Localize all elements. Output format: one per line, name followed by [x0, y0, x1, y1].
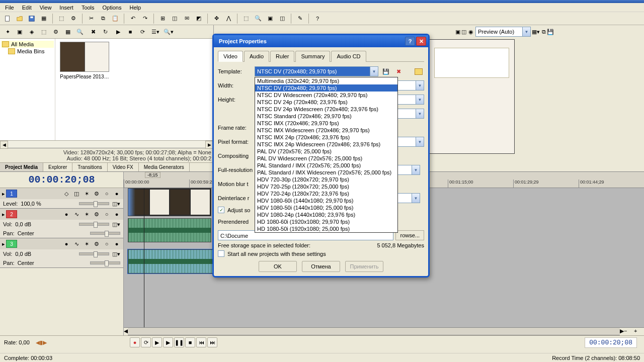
arm-record-icon[interactable]: ● [62, 239, 71, 248]
menu-tools[interactable]: Tools [78, 4, 98, 12]
template-option[interactable]: NTSC IMX Widescreen (720x486; 29,970 fps… [255, 127, 397, 134]
dialog-close-button[interactable]: ✕ [416, 37, 426, 46]
audio-clip[interactable] [128, 218, 211, 242]
playhead[interactable] [144, 188, 144, 327]
track-number[interactable]: 1 [6, 190, 17, 198]
envelope-tool-icon[interactable]: ⋀ [223, 13, 234, 24]
redo-icon[interactable]: ↷ [139, 13, 150, 24]
ignore-event-grouping-icon[interactable]: ◩ [193, 13, 204, 24]
go-end-button[interactable]: ⏭ [207, 337, 217, 347]
template-option[interactable]: HDV 720-30p (644x362; 29,970 fps) [255, 176, 397, 183]
scrub-control-icon[interactable]: ◀▮▶ [36, 339, 47, 346]
template-option[interactable]: Multimedia (320x240; 29,970 fps) [255, 77, 397, 84]
ok-button[interactable]: OK [259, 261, 297, 272]
region-marker[interactable]: -8;15 [145, 172, 160, 178]
template-option[interactable]: HDV 1080-24p (1440x1080; 23,976 fps) [255, 211, 397, 218]
menu-options[interactable]: Options [100, 4, 125, 12]
chevron-down-icon[interactable]: ▼ [416, 81, 424, 90]
preview-quality-dropdown[interactable]: Preview (Auto) ▼ [475, 27, 531, 37]
template-option[interactable]: HD 1080-24p (1920x1080; 23,976 fps) [255, 232, 397, 233]
match-media-icon[interactable] [413, 66, 424, 77]
mute-icon[interactable]: ○ [102, 210, 111, 219]
region-tool-icon[interactable]: ◫ [277, 13, 288, 24]
pan-slider[interactable] [90, 261, 120, 264]
template-option[interactable]: NTSC DV 24p (720x480; 23,976 fps) [255, 99, 397, 106]
chevron-down-icon[interactable]: ▼ [370, 67, 378, 76]
template-dropdown-list[interactable]: Multimedia (320x240; 29,970 fps)NTSC DV … [255, 77, 398, 233]
snap-icon[interactable]: ⊞ [157, 13, 168, 24]
automation-icon[interactable]: ✶ [82, 189, 91, 198]
pm-remove-icon[interactable]: ⬚ [38, 26, 49, 37]
track-expand-icon[interactable]: ▸ [2, 211, 5, 218]
dialog-help-button[interactable]: ? [405, 37, 415, 46]
save-icon[interactable] [26, 13, 37, 24]
tab-audio-cd[interactable]: Audio CD [331, 51, 366, 62]
bypass-fx-icon[interactable]: ◇ [62, 189, 71, 198]
tab-audio[interactable]: Audio [244, 51, 269, 62]
tab-ruler[interactable]: Ruler [270, 51, 294, 62]
invert-phase-icon[interactable]: ∿ [72, 210, 81, 219]
lock-envelopes-icon[interactable]: ✉ [181, 13, 192, 24]
pan-slider[interactable] [90, 232, 120, 235]
pm-delete-icon[interactable]: ✖ [88, 26, 99, 37]
play-button[interactable]: ▶ [163, 337, 173, 347]
track-fx-icon[interactable]: ⚙ [92, 239, 101, 248]
pm-views-icon[interactable]: ▦ [62, 26, 73, 37]
template-option[interactable]: HD 1080-50i (1920x1080; 25,000 fps) [255, 225, 397, 232]
menu-edit[interactable]: Edit [19, 4, 35, 12]
mute-icon[interactable]: ○ [102, 239, 111, 248]
pm-autoplay-icon[interactable]: ⟳ [137, 26, 148, 37]
template-option[interactable]: NTSC DV Widescreen (720x480; 29,970 fps) [255, 92, 397, 99]
video-clip[interactable] [128, 188, 211, 216]
copy-icon[interactable]: ⧉ [98, 13, 109, 24]
marker-tool-icon[interactable]: ▣ [265, 13, 276, 24]
pm-get-media-icon[interactable]: ◈ [26, 26, 37, 37]
solo-icon[interactable]: ● [112, 210, 121, 219]
template-option[interactable]: HDV 1080-60i (1440x1080; 29,970 fps) [255, 197, 397, 204]
normal-edit-tool-icon[interactable]: ✥ [211, 13, 222, 24]
vol-slider[interactable] [79, 223, 109, 226]
invert-phase-icon[interactable]: ∿ [72, 239, 81, 248]
play-from-start-button[interactable]: ▶ [152, 337, 162, 347]
automation-icon[interactable]: ✶ [82, 239, 91, 248]
docktab-explorer[interactable]: Explorer [43, 163, 72, 171]
go-start-button[interactable]: ⏮ [196, 337, 206, 347]
tab-video[interactable]: Video [218, 51, 243, 62]
scroll-left-icon[interactable]: ◀ [124, 328, 128, 335]
automation-icon[interactable]: ✶ [82, 210, 91, 219]
project-settings-icon[interactable]: ⚙ [68, 13, 79, 24]
track-motion-icon[interactable]: ◫ [72, 189, 81, 198]
pm-capture-icon[interactable]: ▣ [14, 26, 25, 37]
preview-device-icon[interactable]: ▣ [455, 29, 460, 35]
chevron-down-icon[interactable]: ▼ [412, 194, 420, 203]
scroll-right-icon[interactable]: ▶ [620, 328, 624, 335]
adjust-checkbox[interactable]: ✓ [218, 207, 224, 213]
composite-mode-icon[interactable]: ◫▾ [112, 201, 120, 207]
template-option[interactable]: HDV 720-24p (644x362; 23,976 fps) [255, 190, 397, 197]
start-new-checkbox[interactable] [218, 250, 224, 257]
arm-record-icon[interactable]: ● [62, 210, 71, 219]
cancel-button[interactable]: Отмена [302, 261, 340, 272]
pm-search-icon[interactable]: 🔍 [74, 26, 86, 37]
track-fx-icon[interactable]: ⚙ [92, 189, 101, 198]
pm-view-mode-icon[interactable]: ☰▾ [150, 26, 161, 37]
level-slider[interactable] [79, 202, 109, 205]
track-number[interactable]: 3 [6, 240, 17, 248]
pm-import-icon[interactable]: ✦ [2, 26, 13, 37]
undo-icon[interactable]: ↶ [127, 13, 138, 24]
template-combo[interactable]: NTSC DV (720x480; 29,970 fps) ▼ Multimed… [255, 66, 378, 76]
docktab-videofx[interactable]: Video FX [108, 163, 139, 171]
template-option[interactable]: PAL DV (720x576; 25,000 fps) [255, 148, 397, 155]
pm-stop-icon[interactable]: ■ [125, 26, 136, 37]
menu-file[interactable]: File [2, 4, 17, 12]
zoom-tool-icon[interactable]: 🔍 [253, 13, 264, 24]
template-option[interactable]: PAL DV Widescreen (720x576; 25,000 fps) [255, 155, 397, 162]
pm-refresh-icon[interactable]: ↻ [100, 26, 111, 37]
track-number[interactable]: 2 [6, 210, 17, 218]
pm-properties-icon[interactable]: ⚙ [50, 26, 61, 37]
pm-hscroll[interactable]: ◀ ▶ [0, 140, 213, 148]
brush-icon[interactable]: ✎ [294, 13, 305, 24]
track-fx-icon[interactable]: ⚙ [92, 210, 101, 219]
paste-icon[interactable]: 📋 [110, 13, 121, 24]
menu-insert[interactable]: Insert [56, 4, 76, 12]
